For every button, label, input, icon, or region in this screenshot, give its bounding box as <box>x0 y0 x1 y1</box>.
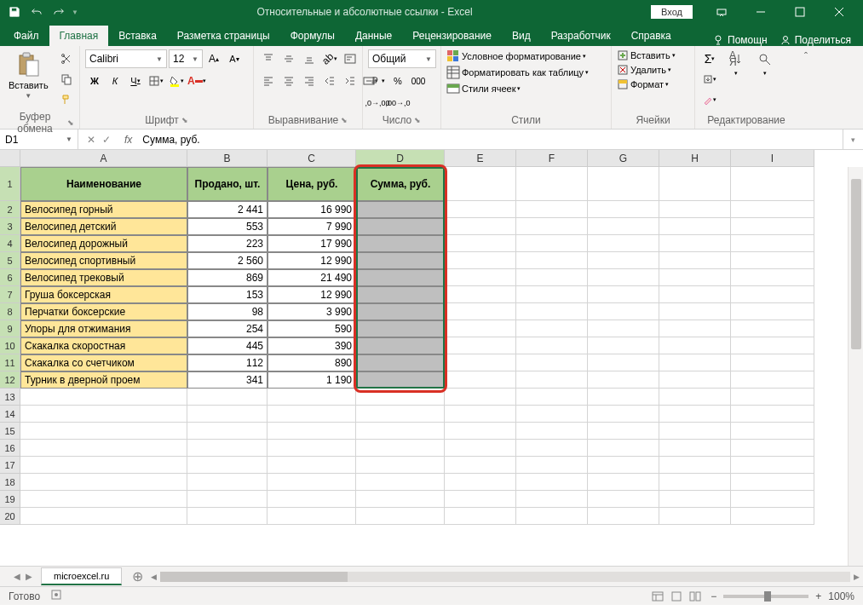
cell[interactable] <box>588 320 659 337</box>
zoom-out-button[interactable]: − <box>711 590 716 602</box>
align-bottom-icon[interactable] <box>300 49 319 68</box>
cell[interactable] <box>516 286 588 303</box>
cell-qty[interactable]: 869 <box>187 269 268 286</box>
format-painter-icon[interactable] <box>57 90 76 109</box>
cell-price[interactable]: 21 490 <box>268 269 356 286</box>
cell[interactable] <box>445 406 516 423</box>
cell[interactable] <box>659 423 731 440</box>
cell[interactable] <box>516 354 588 371</box>
cell[interactable] <box>731 286 814 303</box>
tab-home[interactable]: Главная <box>49 26 109 46</box>
row-header[interactable]: 9 <box>0 320 20 337</box>
cell[interactable] <box>659 269 731 286</box>
cell[interactable] <box>659 218 731 235</box>
cell-qty[interactable]: 223 <box>187 235 268 252</box>
cell[interactable] <box>187 491 268 508</box>
row-header[interactable]: 1 <box>0 167 20 201</box>
close-icon[interactable] <box>820 0 858 24</box>
maximize-icon[interactable] <box>781 0 819 24</box>
cell[interactable] <box>516 218 588 235</box>
row-header[interactable]: 18 <box>0 474 20 491</box>
align-right-icon[interactable] <box>300 72 319 90</box>
decrease-indent-icon[interactable] <box>320 72 339 90</box>
cell[interactable] <box>445 389 516 406</box>
cell-sum[interactable] <box>356 235 445 252</box>
cell[interactable] <box>588 286 659 303</box>
cell[interactable] <box>659 474 731 491</box>
cell[interactable] <box>588 252 659 269</box>
orientation-icon[interactable]: ab▾ <box>320 49 339 68</box>
share-button[interactable]: Поделиться <box>780 34 851 46</box>
add-sheet-icon[interactable]: ⊕ <box>127 567 147 587</box>
autosum-icon[interactable]: Σ▾ <box>700 49 719 68</box>
cell[interactable] <box>516 389 588 406</box>
cell-sum[interactable] <box>356 252 445 269</box>
cell[interactable] <box>20 440 187 457</box>
cell-sum[interactable] <box>356 286 445 303</box>
cell[interactable] <box>659 508 731 525</box>
increase-indent-icon[interactable] <box>341 72 360 90</box>
view-page-layout-icon[interactable] <box>668 589 685 604</box>
delete-cells-button[interactable]: Удалить▾ <box>617 64 671 76</box>
cell[interactable] <box>588 508 659 525</box>
tab-data[interactable]: Данные <box>345 26 402 46</box>
cell[interactable] <box>356 389 445 406</box>
align-top-icon[interactable] <box>259 49 278 68</box>
increase-decimal-icon[interactable]: ,0→,00 <box>368 94 387 112</box>
cell[interactable] <box>445 474 516 491</box>
paste-button[interactable]: Вставить ▼ <box>5 49 52 101</box>
align-left-icon[interactable] <box>259 72 278 90</box>
cell[interactable] <box>588 371 659 389</box>
underline-button[interactable]: Ч ▾ <box>126 72 145 90</box>
cell[interactable] <box>659 167 731 201</box>
cell-name[interactable]: Перчатки боксерские <box>20 303 187 320</box>
copy-icon[interactable] <box>57 70 76 89</box>
save-icon[interactable] <box>5 3 24 21</box>
cell[interactable] <box>731 371 814 389</box>
col-header[interactable]: C <box>268 150 356 167</box>
font-launcher-icon[interactable]: ⬊ <box>181 116 188 124</box>
tab-formulas[interactable]: Формулы <box>280 26 345 46</box>
tell-me[interactable]: Помощн <box>712 34 768 46</box>
cell[interactable] <box>516 406 588 423</box>
undo-icon[interactable] <box>27 3 46 21</box>
cell[interactable] <box>445 508 516 525</box>
cell[interactable] <box>268 423 356 440</box>
align-launcher-icon[interactable]: ⬊ <box>341 116 348 124</box>
cell[interactable] <box>588 423 659 440</box>
cell[interactable] <box>20 508 187 525</box>
view-page-break-icon[interactable] <box>687 589 704 604</box>
tab-view[interactable]: Вид <box>502 26 541 46</box>
cell-price[interactable]: 3 990 <box>268 303 356 320</box>
cell-sum[interactable] <box>356 337 445 354</box>
cell[interactable] <box>659 371 731 389</box>
cell[interactable] <box>187 440 268 457</box>
tab-developer[interactable]: Разработчик <box>541 26 621 46</box>
cell[interactable] <box>659 354 731 371</box>
cell[interactable] <box>445 440 516 457</box>
cell[interactable] <box>516 235 588 252</box>
clipboard-launcher-icon[interactable]: ⬊ <box>67 118 74 127</box>
row-header[interactable]: 17 <box>0 457 20 474</box>
row-header[interactable]: 11 <box>0 354 20 371</box>
cell-sum[interactable] <box>356 218 445 235</box>
cell-price[interactable]: 890 <box>268 354 356 371</box>
cell-sum[interactable] <box>356 269 445 286</box>
zoom-in-button[interactable]: + <box>815 590 821 602</box>
insert-cells-button[interactable]: Вставить▾ <box>617 49 676 61</box>
cell-price[interactable]: 12 990 <box>268 286 356 303</box>
cell[interactable] <box>659 286 731 303</box>
cell[interactable] <box>20 457 187 474</box>
table-header[interactable]: Продано, шт. <box>187 167 268 201</box>
cut-icon[interactable] <box>57 49 76 68</box>
zoom-level[interactable]: 100% <box>828 590 854 602</box>
cell[interactable] <box>356 474 445 491</box>
align-center-icon[interactable] <box>279 72 298 90</box>
cell[interactable] <box>356 457 445 474</box>
cell[interactable] <box>268 508 356 525</box>
cell-price[interactable]: 7 990 <box>268 218 356 235</box>
cell-qty[interactable]: 2 441 <box>187 201 268 218</box>
cell-sum[interactable] <box>356 371 445 389</box>
row-header[interactable]: 3 <box>0 218 20 235</box>
cell-qty[interactable]: 2 560 <box>187 252 268 269</box>
